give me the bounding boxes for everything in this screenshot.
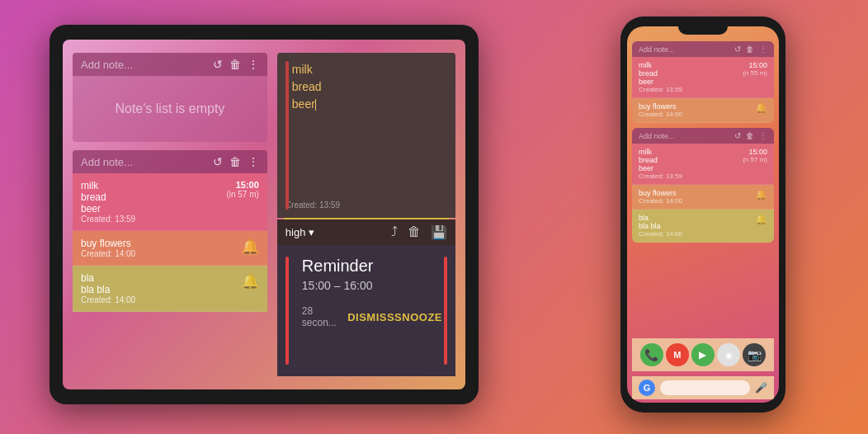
widget1-header: Add note... ↺ 🗑 ⋮ [73,53,267,76]
chevron-down-icon: ▾ [309,226,314,238]
play-icon[interactable]: ▶ [691,343,715,366]
phone-icon[interactable]: 📞 [640,343,663,366]
phone-note2-2[interactable]: buy flowers Created: 14:00 🔔 [632,185,774,210]
tablet-left-column: Add note... ↺ 🗑 ⋮ Note's list is empty A… [73,53,267,376]
phone-note1-2-created: Created: 14:00 [639,111,682,118]
phone: Add note... ↺ 🗑 ⋮ milkbreadbeer Created:… [620,17,785,413]
delete-toolbar-icon[interactable]: 🗑 [408,224,421,240]
snooze-button[interactable]: SNOOZE [394,311,442,323]
phone-notch [678,26,728,35]
phone-app-dock: 📞 M ▶ ◉ 📷 [632,338,774,371]
editor-toolbar: high ▾ ⤴ 🗑 💾 [277,219,455,245]
tablet: Add note... ↺ 🗑 ⋮ Note's list is empty A… [50,25,479,404]
reminder-right-bar [444,257,447,365]
phone-spacer [632,248,774,333]
phone-bell1-icon: 🔔 [755,102,767,114]
phone-note1-2-title: buy flowers [639,102,682,111]
phone-widget1-icons: ↺ 🗑 ⋮ [734,45,767,54]
tablet-center-column: milkbreadbeer Created: 13:59 high ▾ ⤴ 🗑 … [277,53,455,376]
phone-widget2: Add note... ↺ 🗑 ⋮ milkbreadbeer Created:… [632,128,774,243]
delete-icon[interactable]: 🗑 [229,58,241,71]
phone-delete1-icon[interactable]: 🗑 [746,45,754,54]
priority-selector[interactable]: high ▾ [285,226,315,238]
share-icon[interactable]: ⤴ [391,224,398,240]
phone-refresh2-icon[interactable]: ↺ [734,131,741,140]
widget2-header: Add note... ↺ 🗑 ⋮ [73,150,267,173]
phone-widget2-icons: ↺ 🗑 ⋮ [734,131,767,140]
phone-search-bar: G 🎤 [632,376,774,399]
phone-note1-duration: (n 55 m) [743,69,767,77]
note-item-2[interactable]: buy flowers Created: 14:00 🔔 [73,231,267,266]
phone-widget1: Add note... ↺ 🗑 ⋮ milkbreadbeer Created:… [632,41,774,123]
delete2-icon[interactable]: 🗑 [229,155,241,168]
note-item-1[interactable]: milkbreadbeer Created: 13:59 15:00 (in 5… [73,173,267,231]
dismiss-button[interactable]: DISMISS [347,311,394,323]
phone-bell3-icon: 🔔 [755,214,767,225]
reminder-actions: 28 secon... DISMISS SNOOZE [290,292,442,328]
phone-note1-created: Created: 13:59 [639,86,682,93]
phone-screen: Add note... ↺ 🗑 ⋮ milkbreadbeer Created:… [627,26,779,403]
phone-more1-icon[interactable]: ⋮ [759,45,767,54]
phone-bell2-icon: 🔔 [755,189,767,200]
notes-list-widget: Add note... ↺ 🗑 ⋮ milkbreadbeer Created:… [73,150,267,312]
phone-more2-icon[interactable]: ⋮ [759,131,767,140]
phone-refresh1-icon[interactable]: ↺ [734,45,741,54]
note-item-3[interactable]: blabla bla Created: 14:00 🔔 [73,266,267,312]
editor-created: Created: 13:59 [285,196,447,210]
widget2-placeholder: Add note... [81,156,213,168]
more-icon[interactable]: ⋮ [248,58,259,71]
note3-title: blabla bla [81,272,135,295]
note1-created: Created: 13:59 [81,215,135,224]
gmail-icon[interactable]: M [666,343,689,366]
phone-note2-2-title: buy flowers [639,189,682,197]
phone-note2-3-created: Created: 14:00 [639,230,682,238]
phone-note2-1-title: milkbreadbeer [639,148,682,172]
reminder-title: Reminder [290,257,442,276]
phone-note1-time: 15:00 [743,61,767,69]
google-search-bar[interactable] [660,380,750,395]
phone-note2-3[interactable]: blabla bla Created: 14:00 🔔 [632,210,774,243]
editor-text: milkbreadbeer [292,61,447,113]
toolbar-action-icons: ⤴ 🗑 💾 [391,224,447,240]
camera-icon[interactable]: 📷 [743,343,766,366]
refresh-icon[interactable]: ↺ [213,58,223,71]
editor-content[interactable]: milkbreadbeer [285,61,447,196]
google-icon[interactable]: G [639,380,655,396]
phone-note2-3-title: blabla bla [639,214,682,230]
note-editor: milkbreadbeer Created: 13:59 [277,53,455,218]
phone-content: Add note... ↺ 🗑 ⋮ milkbreadbeer Created:… [627,38,779,403]
note3-bell-icon: 🔔 [241,272,259,290]
mic-icon[interactable]: 🎤 [755,382,767,394]
phone-note1-title: milkbreadbeer [639,61,682,86]
priority-value: high [285,226,306,238]
phone-note2-1-created: Created: 13:59 [639,172,682,180]
phone-widget1-placeholder: Add note... [639,45,675,54]
phone-note1-2[interactable]: buy flowers Created: 14:00 🔔 [632,98,774,123]
note2-bell-icon: 🔔 [241,238,259,256]
note1-time: 15:00 [226,180,258,190]
note2-title: buy flowers [81,238,135,249]
phone-delete2-icon[interactable]: 🗑 [746,131,754,140]
note2-created: Created: 14:00 [81,249,135,258]
widget1-icons: ↺ 🗑 ⋮ [213,58,259,71]
empty-notes-widget: Add note... ↺ 🗑 ⋮ Note's list is empty [73,53,267,150]
chrome-icon[interactable]: ◉ [717,343,740,366]
phone-note2-1-duration: (n 57 m) [743,156,767,163]
reminder-countdown: 28 secon... [302,305,347,328]
reminder-time: 15:00 – 16:00 [290,279,442,292]
phone-note1-1[interactable]: milkbreadbeer Created: 13:59 15:00 (n 55… [632,57,774,98]
refresh2-icon[interactable]: ↺ [213,155,223,168]
phone-note2-1[interactable]: milkbreadbeer Created: 13:59 15:00 (n 57… [632,144,774,185]
phone-note2-1-time: 15:00 [743,148,767,156]
phone-widget2-placeholder: Add note... [639,132,675,140]
note1-title: milkbreadbeer [81,180,135,215]
phone-widget1-header: Add note... ↺ 🗑 ⋮ [632,41,774,57]
phone-widget2-header: Add note... ↺ 🗑 ⋮ [632,128,774,144]
note1-duration: (in 57 m) [226,190,258,199]
widget1-placeholder: Add note... [81,59,208,71]
note3-created: Created: 14:00 [81,295,135,304]
reminder-panel: Reminder 15:00 – 16:00 28 secon... DISMI… [277,245,455,376]
save-icon[interactable]: 💾 [431,224,447,240]
widget2-icons: ↺ 🗑 ⋮ [213,155,259,168]
more2-icon[interactable]: ⋮ [248,155,259,168]
